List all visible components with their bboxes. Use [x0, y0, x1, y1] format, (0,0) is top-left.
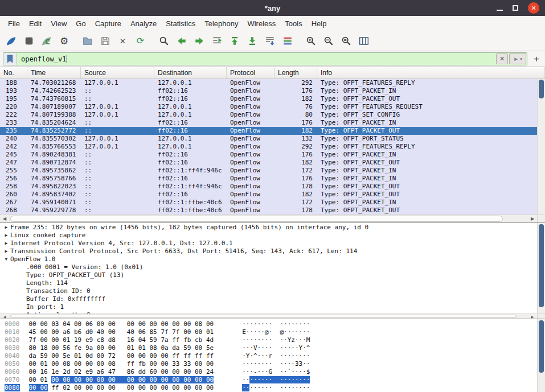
- colorize-packets-button[interactable]: [278, 33, 296, 49]
- expand-arrow-icon[interactable]: ▶: [2, 224, 10, 232]
- packet-row[interactable]: 26874.959229778::ff02::1:ffbe:40c6OpenFl…: [0, 207, 537, 214]
- close-file-button[interactable]: ✕: [114, 33, 132, 49]
- hex-row[interactable]: 008000 00 ff 02 00 00 00 00 00 00 00 00 …: [0, 384, 537, 392]
- start-capture-button[interactable]: [2, 33, 20, 49]
- column-header-info[interactable]: Info: [317, 67, 545, 79]
- maximize-button[interactable]: [513, 5, 518, 11]
- packet-row[interactable]: 19374.742662523::ff02::16OpenFlow176Type…: [0, 87, 537, 95]
- menu-item-capture[interactable]: Capture: [91, 17, 126, 30]
- packet-row[interactable]: 22274.807199388127.0.0.1127.0.0.1OpenFlo…: [0, 111, 537, 119]
- menu-item-analyze[interactable]: Analyze: [126, 17, 161, 30]
- detail-line[interactable]: ▼OpenFlow 1.0: [0, 255, 537, 263]
- filter-input[interactable]: openflow_v1 ✕ ►▾: [3, 52, 527, 65]
- packet-row-selected[interactable]: 23574.835252772::ff02::16OpenFlow182Type…: [0, 127, 537, 135]
- packet-row[interactable]: 18874.703021268127.0.0.1127.0.0.1OpenFlo…: [0, 79, 537, 87]
- menu-item-telephony[interactable]: Telephony: [200, 17, 243, 30]
- bookmark-icon[interactable]: [3, 53, 17, 65]
- detail-line[interactable]: Transaction ID: 0: [0, 287, 537, 295]
- scroll-left-icon[interactable]: ◀: [0, 215, 9, 222]
- find-packet-button[interactable]: [155, 33, 173, 49]
- detail-line[interactable]: ▶Linux cooked capture: [0, 232, 537, 240]
- stop-capture-button[interactable]: [20, 33, 38, 49]
- hex-row[interactable]: 005000 01 00 08 00 00 00 08 ff fb 00 00 …: [0, 360, 537, 368]
- packet-row[interactable]: 23374.835204624::ff02::16OpenFlow176Type…: [0, 119, 537, 127]
- column-header-time[interactable]: Time: [27, 67, 81, 79]
- hex-row[interactable]: 0040da 59 00 5e 01 0d 00 72 00 00 00 00 …: [0, 352, 537, 360]
- capture-options-button[interactable]: ⚙: [55, 33, 73, 49]
- minimize-button[interactable]: [497, 5, 503, 11]
- details-scrollbar-thumb[interactable]: [539, 224, 544, 307]
- expand-arrow-icon[interactable]: ▶: [2, 232, 10, 240]
- detail-line[interactable]: In port: 1: [0, 303, 537, 311]
- hscroll-thumb[interactable]: [10, 216, 503, 222]
- scrollbar-thumb[interactable]: [539, 80, 544, 98]
- last-packet-button[interactable]: [243, 33, 261, 49]
- hex-row[interactable]: 00207f 00 00 01 19 e9 c8 d8 16 04 59 7a …: [0, 336, 537, 344]
- details-scroll-left-icon[interactable]: ◀: [0, 314, 9, 319]
- reload-file-button[interactable]: ⟳: [132, 33, 149, 49]
- open-file-button[interactable]: [79, 33, 96, 49]
- collapse-arrow-icon[interactable]: ▼: [2, 255, 10, 263]
- menu-item-file[interactable]: File: [3, 17, 24, 30]
- packet-row[interactable]: 24574.890248381::ff02::16OpenFlow176Type…: [0, 151, 537, 159]
- detail-line[interactable]: Type: OFPT_PACKET_OUT (13): [0, 271, 537, 279]
- details-hscrollbar[interactable]: ◀ ▶: [0, 313, 545, 319]
- filter-apply-button[interactable]: ►▾: [509, 53, 526, 64]
- detail-line[interactable]: ▶Internet Protocol Version 4, Src: 127.0…: [0, 240, 537, 247]
- details-hscroll-thumb[interactable]: [10, 315, 517, 318]
- restart-capture-button[interactable]: [38, 33, 55, 49]
- hex-row[interactable]: 000000 00 03 04 00 06 00 00 00 00 00 00 …: [0, 320, 537, 328]
- packet-row[interactable]: 25574.895735862::ff02::1:ff4f:946cOpenFl…: [0, 167, 537, 175]
- detail-line[interactable]: ▶Transmission Control Protocol, Src Port…: [0, 247, 537, 255]
- hex-row[interactable]: 003080 18 00 56 fe 9a 00 00 01 01 08 0a …: [0, 344, 537, 352]
- detail-line[interactable]: Buffer Id: 0xffffffff: [0, 295, 537, 303]
- column-header-length[interactable]: Length: [274, 67, 317, 79]
- resize-columns-button[interactable]: [355, 33, 372, 49]
- packet-row[interactable]: 19574.743760815::ff02::16OpenFlow182Type…: [0, 95, 537, 103]
- hex-row[interactable]: 006000 16 1e 2d 02 e9 a6 47 86 dd 60 00 …: [0, 368, 537, 376]
- menu-item-statistics[interactable]: Statistics: [161, 17, 200, 30]
- zoom-in-button[interactable]: [302, 33, 319, 49]
- menu-item-tools[interactable]: Tools: [280, 17, 306, 30]
- details-scroll-right-icon[interactable]: ▶: [528, 314, 537, 319]
- detail-line[interactable]: .000 0001 = Version: 1.0 (0x01): [0, 263, 537, 271]
- column-header-source[interactable]: Source: [81, 67, 154, 79]
- column-header-no[interactable]: No.: [0, 67, 27, 79]
- column-header-destination[interactable]: Destination: [154, 67, 227, 79]
- goto-packet-button[interactable]: [208, 33, 226, 49]
- packet-list-scrollbar[interactable]: [537, 79, 545, 214]
- zoom-original-button[interactable]: [337, 33, 355, 49]
- menu-item-help[interactable]: Help: [307, 17, 331, 30]
- filter-add-button[interactable]: +: [531, 53, 542, 65]
- expand-arrow-icon[interactable]: ▶: [2, 240, 10, 247]
- menu-item-view[interactable]: View: [46, 17, 71, 30]
- next-packet-button[interactable]: [190, 33, 208, 49]
- hex-row[interactable]: 001045 00 00 a6 b6 d0 40 00 40 06 85 7f …: [0, 328, 537, 336]
- packet-row[interactable]: 26774.959140071::ff02::1:ffbe:40c6OpenFl…: [0, 199, 537, 207]
- packet-list-hscrollbar[interactable]: ◀ ▶: [0, 214, 545, 222]
- detail-line[interactable]: Length: 114: [0, 279, 537, 287]
- first-packet-button[interactable]: [226, 33, 243, 49]
- filter-clear-button[interactable]: ✕: [496, 53, 508, 64]
- menu-item-edit[interactable]: Edit: [24, 17, 46, 30]
- zoom-out-button[interactable]: [319, 33, 337, 49]
- packet-row[interactable]: 24074.835570302127.0.0.1127.0.0.1OpenFlo…: [0, 135, 537, 143]
- hex-scrollbar[interactable]: [537, 319, 545, 392]
- previous-packet-button[interactable]: [173, 33, 190, 49]
- packet-row[interactable]: 26074.895837402::ff02::16OpenFlow182Type…: [0, 191, 537, 199]
- column-header-protocol[interactable]: Protocol: [227, 67, 274, 79]
- packet-row[interactable]: 25674.895758766::ff02::16OpenFlow176Type…: [0, 175, 537, 183]
- detail-line[interactable]: ▶Frame 235: 182 bytes on wire (1456 bits…: [0, 224, 537, 232]
- hex-scrollbar-thumb[interactable]: [539, 320, 544, 373]
- save-file-button[interactable]: [96, 33, 114, 49]
- packet-row[interactable]: 24274.835766553127.0.0.1127.0.0.1OpenFlo…: [0, 143, 537, 151]
- menu-item-wireless[interactable]: Wireless: [243, 17, 280, 30]
- packet-row[interactable]: 25874.895822023::ff02::1:ff4f:946cOpenFl…: [0, 183, 537, 191]
- packet-row[interactable]: 22074.807189007127.0.0.1127.0.0.1OpenFlo…: [0, 103, 537, 111]
- close-button[interactable]: ✕: [528, 2, 539, 14]
- auto-scroll-button[interactable]: [261, 33, 278, 49]
- details-scrollbar[interactable]: [537, 223, 545, 313]
- packet-row[interactable]: 24774.890712874::ff02::16OpenFlow182Type…: [0, 159, 537, 167]
- detail-line[interactable]: Actions length: 8: [0, 311, 537, 313]
- hex-row[interactable]: 007000 01 00 00 00 00 00 00 00 00 00 00 …: [0, 376, 537, 384]
